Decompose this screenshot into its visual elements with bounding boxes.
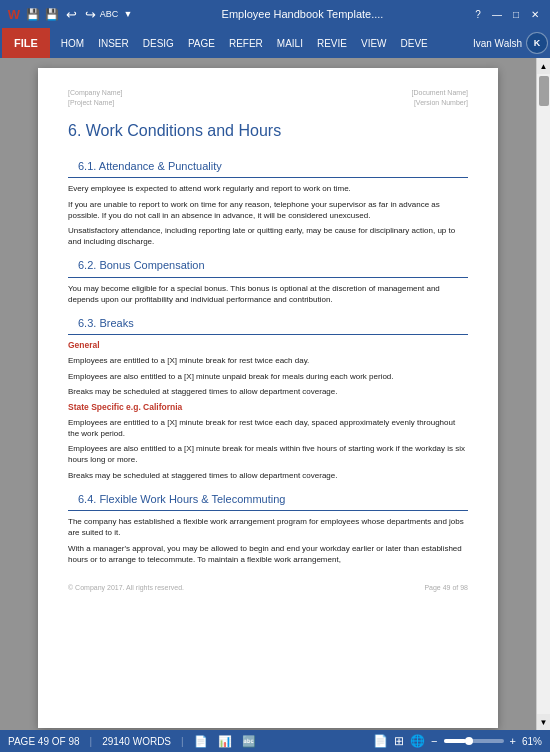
zoom-slider[interactable] (444, 739, 504, 743)
section61-title: 6.1. Attendance & Punctuality (78, 159, 222, 174)
user-area: Ivan Walsh K (473, 32, 548, 54)
company-name: [Company Name] (68, 88, 122, 98)
page-footer: © Company 2017. All rights reserved. Pag… (68, 583, 468, 593)
section61-para2: If you are unable to report to work on t… (68, 199, 468, 221)
zoom-slider-thumb[interactable] (465, 737, 473, 745)
section63-para6: Breaks may be scheduled at staggered tim… (68, 470, 468, 481)
meta-right: [Document Name] [Version Number] (412, 88, 468, 108)
minimize-button[interactable]: — (488, 6, 506, 22)
page-wrapper: [Company Name] [Project Name] [Document … (0, 58, 536, 730)
ribbon: FILE HOM INSER DESIG PAGE REFER MAILI RE… (0, 28, 550, 58)
meta-left: [Company Name] [Project Name] (68, 88, 122, 108)
zoom-minus-icon[interactable]: − (431, 735, 437, 747)
footer-copyright: © Company 2017. All rights reserved. (68, 583, 184, 593)
status-bar: PAGE 49 OF 98 | 29140 WORDS | 📄 📊 🔤 📄 ⊞ … (0, 730, 550, 752)
title-bar-icons: W 💾 💾 ↩ ↪ ABC ▼ (6, 6, 136, 22)
help-button[interactable]: ? (469, 6, 487, 22)
scroll-up-arrow[interactable]: ▲ (537, 58, 551, 74)
document-name: [Document Name] (412, 88, 468, 98)
general-label: General (68, 340, 468, 352)
scroll-thumb[interactable] (539, 76, 549, 106)
view-layout-icon[interactable]: ⊞ (394, 734, 404, 748)
scroll-track[interactable] (537, 74, 550, 714)
tab-references[interactable]: REFER (222, 28, 270, 58)
save2-icon[interactable]: 💾 (44, 6, 60, 22)
tab-page[interactable]: PAGE (181, 28, 222, 58)
scroll-down-arrow[interactable]: ▼ (537, 714, 551, 730)
tab-mailings[interactable]: MAILI (270, 28, 310, 58)
section64-para1: The company has established a flexible w… (68, 516, 468, 538)
file-tab[interactable]: FILE (2, 28, 50, 58)
redo-icon[interactable]: ↪ (82, 6, 98, 22)
close-button[interactable]: ✕ (526, 6, 544, 22)
state-label: State Specific e.g. California (68, 402, 468, 414)
tab-review[interactable]: REVIE (310, 28, 354, 58)
zoom-plus-icon[interactable]: + (510, 735, 516, 747)
section63-para5: Employees are also entitled to a [X] min… (68, 443, 468, 465)
section63-para2: Employees are also entitled to a [X] min… (68, 371, 468, 382)
section62-heading: 6.2. Bonus Compensation (68, 255, 468, 277)
version-number: [Version Number] (412, 98, 468, 108)
ribbon-tabs: FILE HOM INSER DESIG PAGE REFER MAILI RE… (0, 28, 550, 58)
view-normal-icon[interactable]: 📄 (373, 734, 388, 748)
zoom-slider-fill (444, 739, 466, 743)
user-avatar[interactable]: K (526, 32, 548, 54)
section61-para3: Unsatisfactory attendance, including rep… (68, 225, 468, 247)
window-title: Employee Handbook Template.... (140, 8, 465, 20)
section63-title: 6.3. Breaks (78, 316, 134, 331)
tab-developer[interactable]: DEVE (394, 28, 435, 58)
section61-heading: 6.1. Attendance & Punctuality (68, 156, 468, 178)
section63-para4: Employees are entitled to a [X] minute b… (68, 417, 468, 439)
tab-home[interactable]: HOM (54, 28, 91, 58)
section64-para2: With a manager's approval, you may be al… (68, 543, 468, 565)
title-bar: W 💾 💾 ↩ ↪ ABC ▼ Employee Handbook Templa… (0, 0, 550, 28)
view-web-icon[interactable]: 🌐 (410, 734, 425, 748)
user-initial: K (534, 38, 541, 48)
section63-para3: Breaks may be scheduled at staggered tim… (68, 386, 468, 397)
word-count: 29140 WORDS (102, 736, 171, 747)
zoom-percent[interactable]: 61% (522, 736, 542, 747)
section63-heading: 6.3. Breaks (68, 313, 468, 335)
section62-para1: You may become eligible for a special bo… (68, 283, 468, 305)
word-logo-icon: W (6, 6, 22, 22)
section6-heading: 6. Work Conditions and Hours (68, 120, 468, 146)
project-name: [Project Name] (68, 98, 122, 108)
doc-icon[interactable]: 📄 (194, 735, 208, 748)
footer-page-info: Page 49 of 98 (424, 583, 468, 593)
save-icon[interactable]: 💾 (25, 6, 41, 22)
document-area: [Company Name] [Project Name] [Document … (0, 58, 550, 730)
document-page: [Company Name] [Project Name] [Document … (38, 68, 498, 728)
tab-insert[interactable]: INSER (91, 28, 136, 58)
page-meta: [Company Name] [Project Name] [Document … (68, 88, 468, 108)
spelling-icon[interactable]: ABC (101, 6, 117, 22)
section62-title: 6.2. Bonus Compensation (78, 258, 205, 273)
section61-para1: Every employee is expected to attend wor… (68, 183, 468, 194)
window-controls: ? — □ ✕ (469, 6, 544, 22)
tab-view[interactable]: VIEW (354, 28, 394, 58)
vertical-scrollbar[interactable]: ▲ ▼ (536, 58, 550, 730)
page-count: PAGE 49 OF 98 (8, 736, 80, 747)
text-icon[interactable]: 🔤 (242, 735, 256, 748)
customize-icon[interactable]: ▼ (120, 6, 136, 22)
chart-icon[interactable]: 📊 (218, 735, 232, 748)
user-name: Ivan Walsh (473, 38, 522, 49)
section64-heading: 6.4. Flexible Work Hours & Telecommuting (68, 489, 468, 511)
section64-title: 6.4. Flexible Work Hours & Telecommuting (78, 492, 285, 507)
tab-design[interactable]: DESIG (136, 28, 181, 58)
status-right: 📄 ⊞ 🌐 − + 61% (373, 734, 542, 748)
maximize-button[interactable]: □ (507, 6, 525, 22)
section63-para1: Employees are entitled to a [X] minute b… (68, 355, 468, 366)
undo-icon[interactable]: ↩ (63, 6, 79, 22)
